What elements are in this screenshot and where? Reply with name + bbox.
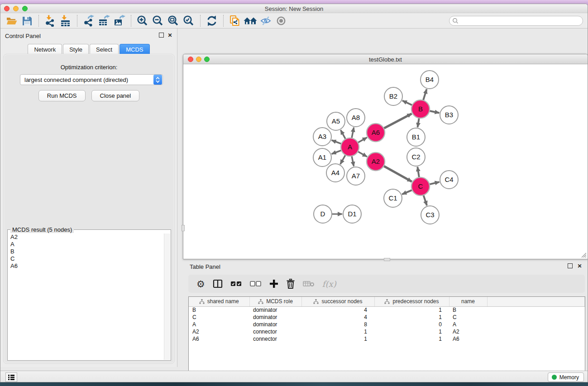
mcds-list-scrollbar[interactable]: [164, 234, 170, 360]
cell-successor-nodes[interactable]: 1: [301, 335, 374, 343]
graph-edge-C-C4[interactable]: [429, 182, 439, 184]
graph-node-A1[interactable]: A1: [313, 148, 331, 167]
graph-node-A3[interactable]: A3: [313, 128, 331, 146]
table-row[interactable]: Bdominator41B: [189, 306, 585, 314]
table-row[interactable]: A6connector11A6: [189, 335, 585, 343]
graph-edge-A-A2[interactable]: [358, 152, 367, 157]
graph-node-D[interactable]: D: [314, 205, 332, 223]
cell-shared-name[interactable]: A: [189, 321, 249, 328]
cell-shared-name[interactable]: A2: [189, 328, 249, 335]
close-panel-button[interactable]: Close panel: [91, 90, 140, 101]
graph-node-C4[interactable]: C4: [440, 171, 458, 189]
graph-node-A[interactable]: A: [341, 138, 359, 156]
cell-predecessor-nodes[interactable]: 0: [374, 321, 449, 328]
graph-edge-B-B1[interactable]: [418, 118, 419, 128]
mcds-result-item[interactable]: A2: [8, 234, 164, 241]
column-header-MCDS-role[interactable]: MCDS role: [249, 297, 301, 306]
cell-shared-name[interactable]: A6: [189, 335, 249, 343]
cell-predecessor-nodes[interactable]: 1: [374, 306, 449, 314]
home-layout-icon[interactable]: [243, 14, 258, 28]
refresh-icon[interactable]: [204, 14, 220, 28]
zoom-out-icon[interactable]: [150, 14, 166, 28]
mcds-result-item[interactable]: B: [8, 248, 164, 255]
zoom-selected-icon[interactable]: [181, 14, 196, 28]
cell-MCDS-role[interactable]: dominator: [249, 321, 301, 328]
hide-selected-eye-icon[interactable]: [258, 14, 273, 28]
graph-node-A7[interactable]: A7: [347, 167, 365, 185]
export-network-icon[interactable]: [81, 14, 96, 28]
mcds-result-item[interactable]: A: [8, 241, 164, 248]
select-all-rows-icon[interactable]: [230, 277, 242, 291]
import-table-icon[interactable]: [58, 14, 73, 28]
table-row[interactable]: Adominator80A: [189, 321, 585, 328]
graph-edge-A-A5[interactable]: [341, 130, 346, 139]
show-all-eye-icon[interactable]: [273, 14, 289, 28]
tab-select[interactable]: Select: [90, 44, 119, 55]
graph-node-A6[interactable]: A6: [367, 124, 385, 142]
graph-node-C3[interactable]: C3: [421, 206, 439, 224]
float-panel-icon[interactable]: [159, 33, 165, 38]
add-column-icon[interactable]: [269, 277, 278, 291]
graph-edge-B-B4[interactable]: [423, 89, 427, 100]
cell-name[interactable]: B: [449, 306, 487, 314]
task-history-button[interactable]: [5, 372, 17, 382]
graph-edge-A-A4[interactable]: [340, 155, 345, 164]
graph-edge-C-C1[interactable]: [402, 190, 412, 195]
cell-shared-name[interactable]: C: [189, 314, 249, 321]
graph-edge-C-C2[interactable]: [417, 167, 419, 177]
delete-column-trash-icon[interactable]: [286, 277, 295, 291]
graph-edge-A2-C[interactable]: [383, 166, 411, 182]
cell-successor-nodes[interactable]: 4: [301, 306, 374, 314]
copy-network-icon[interactable]: [227, 14, 243, 28]
function-builder-icon[interactable]: f(x): [322, 277, 336, 291]
graph-node-B[interactable]: B: [411, 100, 430, 118]
close-table-panel-icon[interactable]: ✕: [577, 263, 583, 269]
cell-MCDS-role[interactable]: dominator: [249, 306, 301, 314]
cell-predecessor-nodes[interactable]: 1: [374, 314, 449, 321]
table-settings-icon[interactable]: ⚙: [196, 277, 205, 291]
tab-network[interactable]: Network: [28, 44, 62, 55]
graph-node-A2[interactable]: A2: [367, 152, 385, 171]
run-mcds-button[interactable]: Run MCDS: [38, 90, 86, 101]
graph-edge-A-A6[interactable]: [358, 138, 367, 143]
graph-node-B3[interactable]: B3: [440, 106, 458, 124]
graph-edge-A-A8[interactable]: [352, 128, 354, 138]
cell-successor-nodes[interactable]: 4: [301, 314, 374, 321]
graph-edge-B-B2[interactable]: [402, 100, 412, 105]
cell-successor-nodes[interactable]: 8: [301, 321, 374, 328]
graph-node-A4[interactable]: A4: [326, 164, 344, 182]
cell-name[interactable]: A: [449, 321, 487, 328]
export-table-icon[interactable]: [96, 14, 112, 28]
tab-style[interactable]: Style: [63, 44, 89, 55]
column-header-name[interactable]: name: [449, 297, 487, 306]
delete-table-icon[interactable]: [303, 277, 315, 291]
deselect-all-rows-icon[interactable]: [250, 277, 262, 291]
close-panel-icon[interactable]: ✕: [167, 33, 173, 38]
graph-node-C1[interactable]: C1: [384, 189, 402, 207]
cell-name[interactable]: A6: [449, 335, 487, 343]
table-row[interactable]: A2connector11A2: [189, 328, 585, 335]
graph-node-D1[interactable]: D1: [343, 205, 361, 223]
network-window-titlebar[interactable]: testGlobe.txt: [183, 54, 588, 64]
window-resize-grip[interactable]: [580, 252, 587, 258]
search-box[interactable]: [449, 16, 583, 26]
import-network-icon[interactable]: [43, 14, 58, 28]
graph-edge-C-C3[interactable]: [423, 195, 427, 205]
table-row[interactable]: Cdominator41C: [189, 314, 585, 321]
float-table-panel-icon[interactable]: [568, 263, 574, 269]
graph-edge-A-A1[interactable]: [332, 150, 342, 154]
node-table[interactable]: shared nameMCDS rolesuccessor nodesprede…: [189, 297, 585, 343]
mcds-result-item[interactable]: C: [8, 255, 164, 262]
mcds-result-item[interactable]: A6: [8, 262, 164, 270]
graph-edge-A6-B[interactable]: [384, 114, 412, 128]
cell-MCDS-role[interactable]: dominator: [249, 314, 301, 321]
save-session-icon[interactable]: [19, 14, 35, 28]
cell-MCDS-role[interactable]: connector: [249, 328, 301, 335]
cell-predecessor-nodes[interactable]: 1: [374, 335, 449, 343]
memory-button[interactable]: Memory: [548, 372, 584, 382]
cell-shared-name[interactable]: B: [189, 306, 249, 314]
graph-edge-B-B3[interactable]: [430, 111, 440, 113]
graph-node-B1[interactable]: B1: [407, 128, 425, 146]
cell-name[interactable]: C: [449, 314, 487, 321]
graph-node-B4[interactable]: B4: [421, 71, 439, 89]
